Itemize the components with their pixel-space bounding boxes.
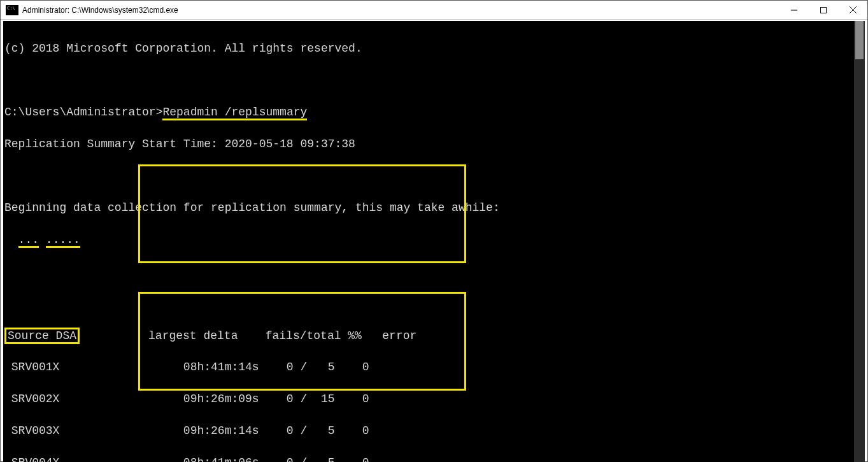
command-text: Repadmin /replsummary [162, 106, 307, 120]
content-area: (c) 2018 Microsoft Corporation. All righ… [3, 21, 865, 462]
window-title: Administrator: C:\Windows\system32\cmd.e… [22, 6, 178, 15]
terminal-output[interactable]: (c) 2018 Microsoft Corporation. All righ… [3, 21, 854, 462]
scrollbar-thumb[interactable] [855, 21, 864, 59]
source-row: SRV004X 08h:41m:06s 0 / 5 0 [4, 456, 369, 462]
progress-dots-1: ... [18, 233, 39, 248]
minimize-button[interactable] [779, 1, 809, 20]
titlebar[interactable]: Administrator: C:\Windows\system32\cmd.e… [1, 1, 867, 20]
close-button[interactable] [838, 1, 867, 20]
svg-rect-1 [821, 7, 827, 13]
summary-start-line: Replication Summary Start Time: 2020-05-… [4, 138, 355, 150]
source-columns-header: largest delta fails/total %% error [80, 329, 416, 342]
beginning-line: Beginning data collection for replicatio… [4, 201, 500, 214]
maximize-button[interactable] [809, 1, 838, 20]
source-row: SRV001X 08h:41m:14s 0 / 5 0 [4, 361, 369, 373]
source-row: SRV002X 09h:26m:09s 0 / 15 0 [4, 393, 369, 405]
copyright-line: (c) 2018 Microsoft Corporation. All righ… [4, 42, 362, 55]
vertical-scrollbar[interactable] [854, 21, 865, 462]
cmd-window: Administrator: C:\Windows\system32\cmd.e… [0, 0, 868, 462]
source-row: SRV003X 09h:26m:14s 0 / 5 0 [4, 424, 369, 437]
source-dsa-header: Source DSA [4, 328, 80, 344]
progress-dots-2: ..... [46, 233, 80, 248]
cmd-icon [6, 5, 18, 15]
prompt-path: C:\Users\Administrator> [4, 106, 162, 119]
